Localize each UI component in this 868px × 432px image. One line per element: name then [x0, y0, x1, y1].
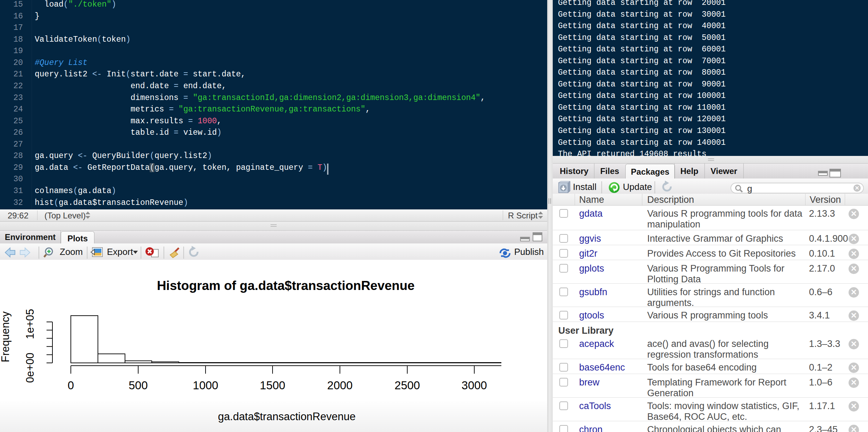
- svg-text:2000: 2000: [327, 379, 352, 392]
- svg-text:0e+00: 0e+00: [24, 352, 36, 383]
- svg-text:2500: 2500: [394, 379, 420, 392]
- svg-text:3000: 3000: [461, 379, 487, 392]
- svg-text:0: 0: [68, 379, 74, 392]
- svg-text:1500: 1500: [260, 379, 285, 392]
- svg-text:Frequency: Frequency: [0, 311, 11, 362]
- svg-text:500: 500: [128, 379, 148, 392]
- svg-text:1e+05: 1e+05: [24, 309, 36, 339]
- svg-text:Histogram of ga.data$transacti: Histogram of ga.data$transactionRevenue: [157, 279, 415, 293]
- svg-text:1000: 1000: [193, 379, 218, 392]
